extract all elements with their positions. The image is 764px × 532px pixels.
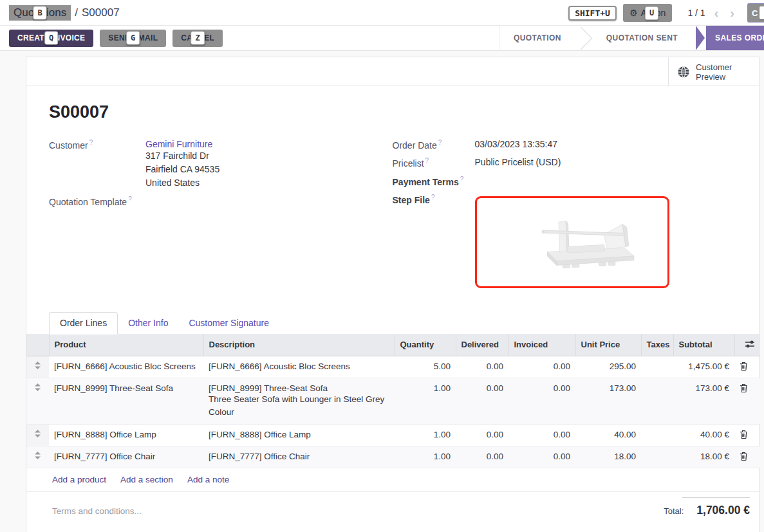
customer-link[interactable]: Gemini Furniture — [145, 139, 219, 149]
column-header-subtotal[interactable]: Subtotal — [673, 334, 734, 356]
order-date-label: Order Date — [393, 140, 437, 151]
status-step-label: QUOTATION — [514, 33, 561, 42]
sheet-bottom: Terms and conditions... Total: 1,706.00 … — [26, 506, 759, 516]
cell-product[interactable]: [FURN_6666] Acoustic Bloc Screens — [49, 356, 203, 378]
cell-delivered[interactable]: 0.00 — [456, 424, 508, 446]
cell-product[interactable]: [FURN_7777] Office Chair — [49, 446, 203, 468]
cell-actions — [734, 424, 760, 446]
cell-quantity[interactable]: 1.00 — [395, 424, 456, 446]
customer-preview-button[interactable]: Customer Preview — [668, 57, 759, 86]
address-line: Fairfield CA 94535 — [145, 163, 219, 176]
cell-description[interactable]: [FURN_6666] Acoustic Bloc Screens — [203, 356, 395, 378]
column-header-taxes[interactable]: Taxes — [641, 334, 673, 356]
order-line-row[interactable]: [FURN_8888] Office Lamp [FURN_8888] Offi… — [26, 424, 760, 446]
chevron-right-icon[interactable]: › — [727, 6, 737, 21]
column-header-unit-price[interactable]: Unit Price — [575, 334, 641, 356]
status-step-quotation-sent[interactable]: QUOTATION SENT — [592, 26, 692, 50]
cell-quantity[interactable]: 1.00 — [395, 446, 456, 468]
order-date-value[interactable]: 03/03/2023 13:35:47 — [475, 139, 557, 151]
cell-actions — [734, 356, 760, 378]
pricelist-value[interactable]: Public Pricelist (USD) — [475, 157, 561, 169]
status-step-quotation[interactable]: QUOTATION — [499, 26, 575, 50]
column-header-invoiced[interactable]: Invoiced — [508, 334, 575, 356]
cell-invoiced[interactable]: 0.00 — [508, 378, 575, 424]
cell-unit-price[interactable]: 173.00 — [575, 378, 641, 424]
customer-address: 317 Fairchild Dr Fairfield CA 94535 Unit… — [145, 149, 219, 190]
cell-description[interactable]: [FURN_7777] Office Chair — [203, 446, 395, 468]
cell-subtotal: 40.00 € — [673, 424, 734, 446]
corner-button[interactable]: C — [747, 3, 764, 23]
trash-icon[interactable] — [740, 383, 748, 392]
cell-description[interactable]: [FURN_8999] Three-Seat Sofa Three Seater… — [203, 378, 395, 424]
cell-delivered[interactable]: 0.00 — [456, 446, 508, 468]
order-line-row[interactable]: [FURN_8999] Three-Seat Sofa [FURN_8999] … — [26, 378, 760, 424]
notebook-tabs: Order Lines Other Info Customer Signatur… — [49, 311, 759, 334]
cell-product[interactable]: [FURN_8999] Three-Seat Sofa — [49, 378, 203, 424]
drag-handle-icon[interactable] — [26, 424, 49, 446]
drag-handle-icon[interactable] — [26, 378, 49, 424]
globe-icon — [677, 66, 690, 78]
cell-delivered[interactable]: 0.00 — [456, 356, 508, 378]
order-line-row[interactable]: [FURN_7777] Office Chair [FURN_7777] Off… — [26, 446, 760, 468]
add-a-section-link[interactable]: Add a section — [120, 475, 173, 484]
gear-icon: ⚙ — [629, 8, 638, 18]
add-a-product-link[interactable]: Add a product — [52, 475, 106, 484]
description-line-2: Three Seater Sofa with Lounger in Steel … — [209, 393, 389, 419]
cell-quantity[interactable]: 5.00 — [395, 356, 456, 378]
tab-order-lines[interactable]: Order Lines — [49, 312, 118, 335]
status-step-label: SALES ORDER — [715, 33, 764, 42]
cell-taxes[interactable] — [641, 378, 673, 424]
description-line-1: [FURN_8999] Three-Seat Sofa — [209, 383, 389, 393]
cell-quantity[interactable]: 1.00 — [395, 378, 456, 424]
chevron-left-icon[interactable]: ‹ — [712, 6, 722, 21]
column-header-delivered[interactable]: Delivered — [456, 334, 508, 356]
cell-subtotal: 18.00 € — [673, 446, 734, 468]
cell-unit-price[interactable]: 40.00 — [575, 424, 641, 446]
column-header-quantity[interactable]: Quantity — [395, 334, 456, 356]
drag-handle-icon[interactable] — [26, 356, 49, 378]
breadcrumb-separator: / — [75, 6, 78, 19]
cell-invoiced[interactable]: 0.00 — [508, 424, 575, 446]
trash-icon[interactable] — [740, 430, 748, 439]
breadcrumb-current: S00007 — [82, 6, 120, 19]
help-icon: ? — [128, 196, 132, 203]
cancel-button[interactable]: CANCEL Z — [172, 30, 223, 47]
cell-unit-price[interactable]: 18.00 — [575, 446, 641, 468]
column-options-icon[interactable] — [745, 340, 755, 351]
cell-product[interactable]: [FURN_8888] Office Lamp — [49, 424, 203, 446]
address-line: 317 Fairchild Dr — [145, 149, 219, 163]
cell-taxes[interactable] — [641, 446, 673, 468]
drag-handle-icon[interactable] — [26, 446, 49, 468]
corner-button-label: C — [752, 8, 758, 18]
status-arrow-icon — [696, 26, 705, 50]
pager-counter: 1 / 1 — [687, 8, 705, 18]
tab-other-info[interactable]: Other Info — [118, 313, 178, 334]
cell-delivered[interactable]: 0.00 — [456, 378, 508, 424]
keyboard-hint-shift-u: SHIFT+U — [568, 6, 617, 21]
order-line-row[interactable]: [FURN_6666] Acoustic Bloc Screens [FURN_… — [26, 356, 760, 378]
status-step-sales-order[interactable]: SALES ORDER — [706, 26, 764, 50]
control-bar: CREATE INVOICE Q SEND EMAIL G CANCEL Z Q… — [0, 26, 764, 51]
create-invoice-button[interactable]: CREATE INVOICE Q — [9, 30, 93, 47]
add-a-note-link[interactable]: Add a note — [187, 475, 229, 484]
keyboard-hint-send-email: G — [126, 32, 140, 45]
send-email-button[interactable]: SEND EMAIL G — [100, 30, 166, 47]
cell-invoiced[interactable]: 0.00 — [508, 356, 575, 378]
cell-invoiced[interactable]: 0.00 — [508, 446, 575, 468]
step-file-label: Step File — [393, 195, 430, 205]
tab-customer-signature[interactable]: Customer Signature — [178, 313, 279, 334]
customer-field-label: Customer — [49, 140, 88, 151]
column-header-product[interactable]: Product — [49, 334, 203, 356]
cell-unit-price[interactable]: 295.00 — [575, 356, 641, 378]
column-header-description[interactable]: Description — [203, 334, 395, 356]
step-file-preview[interactable] — [475, 196, 669, 288]
address-line: United States — [145, 176, 219, 190]
trash-icon[interactable] — [740, 452, 748, 461]
breadcrumb-parent-link[interactable]: Quotations B — [9, 5, 71, 21]
cell-taxes[interactable] — [641, 356, 673, 378]
action-menu-button[interactable]: ⚙ Action U — [623, 4, 672, 22]
cell-description[interactable]: [FURN_8888] Office Lamp — [203, 424, 395, 446]
trash-icon[interactable] — [740, 362, 748, 371]
status-step-label: QUOTATION SENT — [606, 33, 678, 42]
cell-taxes[interactable] — [641, 424, 673, 446]
